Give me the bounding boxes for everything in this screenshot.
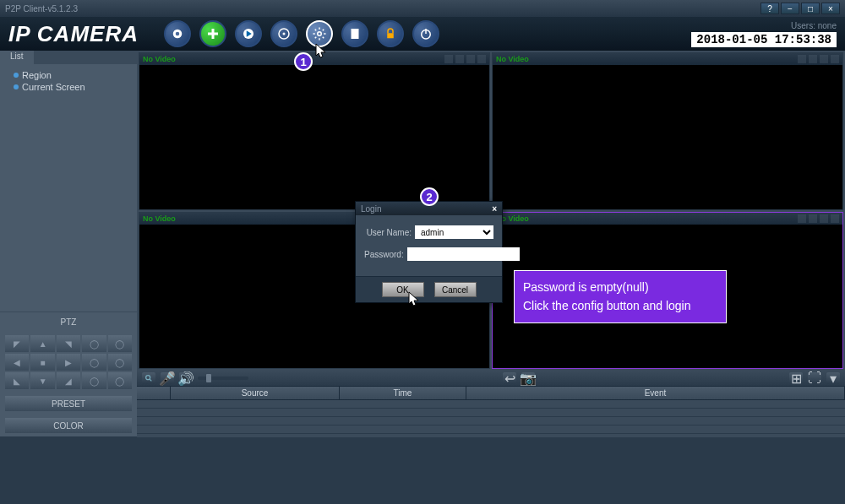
titlebar: P2P Client-v5.1.2.3 ? − □ × bbox=[0, 0, 845, 17]
power-icon[interactable] bbox=[412, 20, 439, 47]
grid-icon[interactable]: ⊞ bbox=[789, 372, 803, 384]
cancel-button[interactable]: Cancel bbox=[434, 282, 477, 297]
logo: IP CAMERA bbox=[8, 21, 139, 47]
preset-button[interactable]: PRESET bbox=[5, 396, 132, 411]
video-pane-2[interactable]: No Video bbox=[492, 52, 843, 210]
callout-line2: Click the config button and login bbox=[523, 296, 717, 315]
log-col-time: Time bbox=[340, 387, 466, 399]
color-button[interactable]: COLOR bbox=[5, 418, 132, 433]
password-input[interactable] bbox=[407, 247, 520, 261]
topbar: IP CAMERA Users: none 2018-01-05 17:53:3… bbox=[0, 17, 845, 51]
ptz-up[interactable]: ▲ bbox=[30, 335, 54, 352]
fullscreen-icon[interactable]: ⛶ bbox=[808, 372, 821, 384]
log-panel: Source Time Event bbox=[137, 386, 845, 436]
annotation-callout: Password is empty(null) Click the config… bbox=[514, 270, 727, 323]
ptz-controls: ◤ ▲ ◥ ◯ ◯ ◀ ■ ▶ ◯ ◯ ◣ ▼ ◢ ◯ ◯ bbox=[0, 332, 137, 393]
no-video-label: No Video bbox=[143, 214, 176, 223]
username-select[interactable]: admin bbox=[415, 225, 493, 239]
svg-point-12 bbox=[146, 376, 150, 380]
log-col-event: Event bbox=[466, 387, 845, 399]
ptz-down-left[interactable]: ◣ bbox=[5, 372, 29, 389]
tree-item-current-screen[interactable]: Current Screen bbox=[8, 81, 128, 93]
play-icon[interactable] bbox=[235, 20, 262, 47]
ptz-iris-out[interactable]: ◯ bbox=[108, 372, 132, 389]
device-tree: Region Current Screen bbox=[0, 64, 137, 312]
snapshot-icon[interactable]: ↩ bbox=[503, 372, 516, 384]
sidebar-tab-list[interactable]: List bbox=[0, 51, 34, 64]
help-button[interactable]: ? bbox=[760, 3, 779, 14]
svg-point-1 bbox=[176, 32, 180, 36]
dropdown-icon[interactable]: ▾ bbox=[826, 372, 840, 384]
datetime: 2018-01-05 17:53:38 bbox=[691, 32, 837, 47]
search-icon[interactable] bbox=[142, 372, 155, 384]
no-video-label: No Video bbox=[496, 55, 529, 63]
bullet-icon bbox=[14, 73, 19, 78]
no-video-label: No Video bbox=[143, 55, 176, 63]
ptz-up-right[interactable]: ◥ bbox=[57, 335, 80, 352]
ptz-zoom-out[interactable]: ◯ bbox=[108, 335, 132, 352]
ptz-zoom-in[interactable]: ◯ bbox=[82, 335, 106, 352]
mic-icon[interactable]: 🎤 bbox=[161, 372, 174, 384]
dialog-close-icon[interactable]: × bbox=[492, 204, 497, 214]
annotation-badge-1: 1 bbox=[294, 52, 313, 71]
ok-button[interactable]: OK bbox=[382, 282, 424, 297]
close-button[interactable]: × bbox=[821, 3, 840, 14]
ptz-focus-in[interactable]: ◯ bbox=[82, 354, 106, 371]
svg-rect-3 bbox=[208, 33, 218, 35]
login-dialog: Login × User Name: admin Password: OK Ca… bbox=[355, 201, 503, 303]
camera-icon[interactable] bbox=[164, 20, 191, 47]
svg-point-6 bbox=[282, 33, 285, 35]
tree-item-region[interactable]: Region bbox=[8, 69, 128, 81]
dialog-title: Login bbox=[361, 204, 381, 214]
ptz-left[interactable]: ◀ bbox=[5, 354, 29, 371]
volume-icon[interactable]: 🔊 bbox=[179, 372, 193, 384]
ptz-right[interactable]: ▶ bbox=[57, 354, 80, 371]
add-icon[interactable] bbox=[199, 20, 226, 47]
ptz-down[interactable]: ▼ bbox=[30, 372, 54, 389]
config-icon[interactable] bbox=[306, 20, 333, 47]
username-label: User Name: bbox=[364, 228, 412, 237]
app-title: P2P Client-v5.1.2.3 bbox=[5, 4, 78, 14]
lock-icon[interactable] bbox=[377, 20, 404, 47]
playback-icon[interactable] bbox=[270, 20, 297, 47]
log-icon[interactable] bbox=[341, 20, 368, 47]
volume-slider[interactable] bbox=[198, 377, 248, 380]
camera-shot-icon[interactable]: 📷 bbox=[521, 372, 535, 384]
bullet-icon bbox=[14, 84, 19, 89]
ptz-down-right[interactable]: ◢ bbox=[57, 372, 80, 389]
ptz-center[interactable]: ■ bbox=[30, 354, 54, 371]
ptz-focus-out[interactable]: ◯ bbox=[108, 354, 132, 371]
sidebar: List Region Current Screen PTZ ◤ ▲ ◥ ◯ ◯… bbox=[0, 51, 137, 436]
users-label: Users: none bbox=[691, 21, 837, 30]
log-col-index bbox=[137, 387, 171, 399]
maximize-button[interactable]: □ bbox=[801, 3, 820, 14]
minimize-button[interactable]: − bbox=[781, 3, 799, 14]
annotation-badge-2: 2 bbox=[420, 187, 439, 206]
svg-rect-8 bbox=[351, 29, 358, 39]
svg-rect-9 bbox=[387, 33, 394, 38]
password-label: Password: bbox=[364, 250, 404, 259]
callout-line1: Password is empty(null) bbox=[523, 278, 717, 296]
svg-line-13 bbox=[150, 379, 151, 381]
ptz-label: PTZ bbox=[0, 312, 137, 332]
video-toolbar: 🎤 🔊 ↩ 📷 ⊞ ⛶ ▾ bbox=[137, 371, 845, 386]
log-col-source: Source bbox=[171, 387, 340, 399]
ptz-up-left[interactable]: ◤ bbox=[5, 335, 29, 352]
svg-point-7 bbox=[318, 32, 322, 36]
video-pane-1[interactable]: No Video bbox=[139, 52, 490, 210]
ptz-iris-in[interactable]: ◯ bbox=[82, 372, 106, 389]
